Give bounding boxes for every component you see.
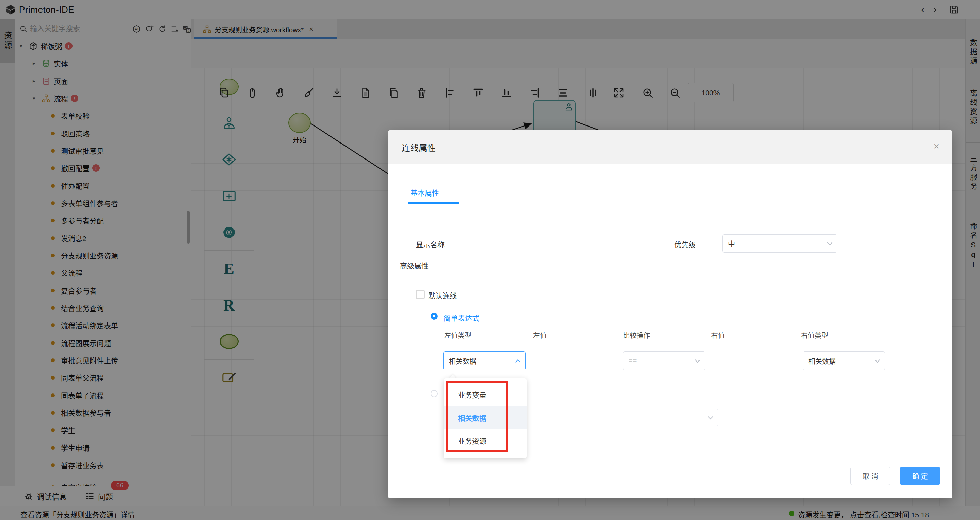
second-expression-radio[interactable] [431,390,438,397]
simple-expression-radio[interactable] [431,312,438,320]
col-right-type-label: 右值类型 [801,330,828,340]
chevron-down-icon [827,240,833,246]
display-name-label: 显示名称 [416,239,445,249]
priority-label: 优先级 [675,239,696,249]
dialog-title: 连线属性 [402,141,436,154]
close-icon[interactable]: × [933,141,940,152]
simple-expression-label: 简单表达式 [444,312,479,323]
priority-select[interactable]: 中 [722,234,837,253]
default-line-checkbox[interactable] [416,290,425,299]
dialog-header: 连线属性 [388,130,953,164]
col-compare-label: 比较操作 [623,330,650,340]
left-type-select[interactable]: 相关数据 [443,351,526,370]
col-left-type-label: 左值类型 [444,330,471,340]
chevron-up-icon [515,359,521,365]
primeton-ide-window: Primeton-IDE ‹ › 资源 AI [0,0,980,520]
red-annotation-rectangle [446,380,508,452]
tab-basic-properties[interactable]: 基本属性 [410,187,439,198]
col-right-value-label: 右值 [711,330,725,340]
ok-button[interactable]: 确 定 [900,467,940,485]
col-left-value-label: 左值 [533,330,547,340]
right-type-select[interactable]: 相关数据 [803,351,885,370]
expression-select[interactable] [500,409,718,426]
display-name-input[interactable] [474,234,635,253]
tab-separator [388,204,953,204]
chevron-down-icon [708,414,713,420]
chevron-down-icon [875,357,880,363]
compare-select[interactable]: == [623,351,705,370]
section-divider [446,270,949,270]
right-value-input[interactable] [713,351,980,520]
chevron-down-icon [695,357,700,363]
cancel-button[interactable]: 取 消 [850,467,891,485]
default-line-label: 默认连线 [428,290,457,300]
advanced-section-label: 高级属性 [400,260,428,270]
